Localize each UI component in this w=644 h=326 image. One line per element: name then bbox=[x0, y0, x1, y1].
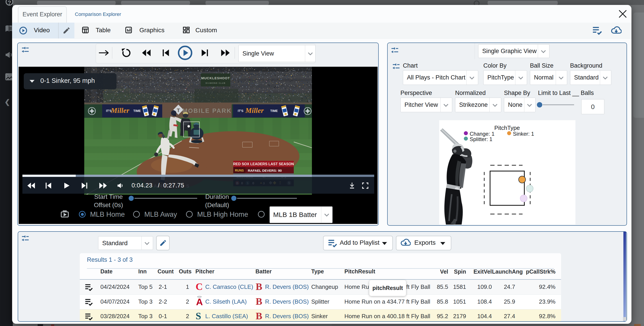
svg-text:TIME: TIME bbox=[270, 109, 278, 113]
svg-text:Miller: Miller bbox=[111, 106, 129, 114]
svg-text:RUNS: RUNS bbox=[235, 169, 244, 172]
svg-text:IT'S: IT'S bbox=[238, 109, 243, 113]
svg-text:RAFAEL DEVERS: 90: RAFAEL DEVERS: 90 bbox=[248, 169, 282, 172]
svg-text:Miller: Miller bbox=[245, 106, 264, 114]
svg-text:MOBILE PARK: MOBILE PARK bbox=[182, 107, 232, 114]
svg-text:TIME: TIME bbox=[133, 109, 141, 113]
svg-text:T: T bbox=[177, 107, 180, 113]
svg-text:RED SOX LEADERS LAST SEASON: RED SOX LEADERS LAST SEASON bbox=[233, 162, 294, 166]
